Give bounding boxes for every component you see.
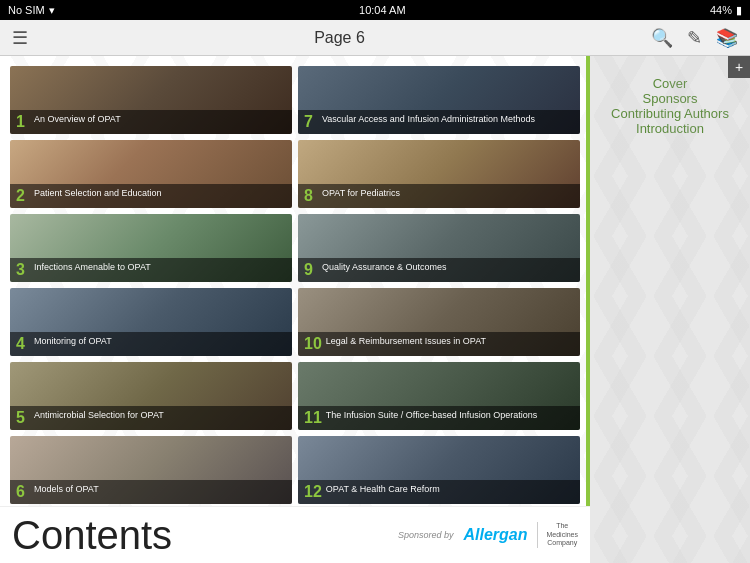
- chapter-overlay: 10 Legal & Reimbursement Issues in OPAT: [298, 332, 580, 356]
- chapter-number: 11: [304, 410, 322, 426]
- chapter-overlay: 11 The Infusion Suite / Office-based Inf…: [298, 406, 580, 430]
- chapter-3-thumb[interactable]: 3 Infections Amenable to OPAT: [10, 214, 292, 282]
- sponsor-area: Sponsored by Allergan TheMedicinesCompan…: [398, 522, 578, 547]
- book-icon[interactable]: 📚: [716, 27, 738, 49]
- sponsored-by-label: Sponsored by: [398, 530, 454, 540]
- wifi-icon: ▾: [49, 4, 55, 17]
- nav-bar-right: 🔍 ✎ 📚: [651, 27, 738, 49]
- chapter-overlay: 7 Vascular Access and Infusion Administr…: [298, 110, 580, 134]
- sidebar-nav: CoverSponsorsContributing AuthorsIntrodu…: [606, 76, 734, 136]
- status-bar: No SIM ▾ 10:04 AM 44% ▮: [0, 0, 750, 20]
- main-content: 1 An Overview of OPAT 7 Vascular Access …: [0, 56, 750, 563]
- status-left: No SIM ▾: [8, 4, 55, 17]
- hamburger-icon[interactable]: ☰: [12, 27, 28, 49]
- battery-icon: ▮: [736, 4, 742, 17]
- chapters-grid: 1 An Overview of OPAT 7 Vascular Access …: [10, 66, 580, 504]
- sidebar-nav-item-2[interactable]: Contributing Authors: [606, 106, 734, 121]
- chapter-title: Infections Amenable to OPAT: [34, 262, 151, 273]
- search-icon[interactable]: 🔍: [651, 27, 673, 49]
- chapter-overlay: 8 OPAT for Pediatrics: [298, 184, 580, 208]
- chapter-number: 4: [16, 336, 30, 352]
- chapter-overlay: 6 Models of OPAT: [10, 480, 292, 504]
- chapter-title: Patient Selection and Education: [34, 188, 162, 199]
- battery-label: 44%: [710, 4, 732, 16]
- chapter-number: 8: [304, 188, 318, 204]
- sidebar-nav-item-3[interactable]: Introduction: [606, 121, 734, 136]
- nav-bar-title: Page 6: [314, 29, 365, 47]
- chapter-title: Monitoring of OPAT: [34, 336, 112, 347]
- chapter-number: 10: [304, 336, 322, 352]
- chapter-4-thumb[interactable]: 4 Monitoring of OPAT: [10, 288, 292, 356]
- chapter-7-thumb[interactable]: 7 Vascular Access and Infusion Administr…: [298, 66, 580, 134]
- chapter-9-thumb[interactable]: 9 Quality Assurance & Outcomes: [298, 214, 580, 282]
- chapter-overlay: 3 Infections Amenable to OPAT: [10, 258, 292, 282]
- chapter-number: 12: [304, 484, 322, 500]
- chapter-number: 1: [16, 114, 30, 130]
- chapter-5-thumb[interactable]: 5 Antimicrobial Selection for OPAT: [10, 362, 292, 430]
- chapter-title: The Infusion Suite / Office-based Infusi…: [326, 410, 537, 421]
- chapter-2-thumb[interactable]: 2 Patient Selection and Education: [10, 140, 292, 208]
- chapter-title: OPAT for Pediatrics: [322, 188, 400, 199]
- chapter-number: 5: [16, 410, 30, 426]
- chapter-title: Antimicrobial Selection for OPAT: [34, 410, 164, 421]
- chapter-8-thumb[interactable]: 8 OPAT for Pediatrics: [298, 140, 580, 208]
- page-area: 1 An Overview of OPAT 7 Vascular Access …: [0, 56, 590, 563]
- sidebar: + CoverSponsorsContributing AuthorsIntro…: [590, 56, 750, 563]
- chapter-6-thumb[interactable]: 6 Models of OPAT: [10, 436, 292, 504]
- chapter-number: 7: [304, 114, 318, 130]
- chapter-title: Models of OPAT: [34, 484, 99, 495]
- allergan-name: Allergan: [463, 526, 527, 544]
- contents-footer: Contents Sponsored by Allergan TheMedici…: [0, 506, 590, 563]
- nav-bar: ☰ Page 6 🔍 ✎ 📚: [0, 20, 750, 56]
- chapter-overlay: 1 An Overview of OPAT: [10, 110, 292, 134]
- edit-icon[interactable]: ✎: [687, 27, 702, 49]
- status-right: 44% ▮: [710, 4, 742, 17]
- chapter-title: Legal & Reimbursement Issues in OPAT: [326, 336, 486, 347]
- nav-bar-left: ☰: [12, 27, 28, 49]
- chapter-overlay: 5 Antimicrobial Selection for OPAT: [10, 406, 292, 430]
- sidebar-nav-item-0[interactable]: Cover: [606, 76, 734, 91]
- chapter-11-thumb[interactable]: 11 The Infusion Suite / Office-based Inf…: [298, 362, 580, 430]
- medicines-company-logo: TheMedicinesCompany: [537, 522, 578, 547]
- allergan-logo: Allergan: [463, 526, 527, 544]
- chapter-number: 6: [16, 484, 30, 500]
- chapter-overlay: 4 Monitoring of OPAT: [10, 332, 292, 356]
- add-button[interactable]: +: [728, 56, 750, 78]
- chapter-title: Quality Assurance & Outcomes: [322, 262, 447, 273]
- chapter-overlay: 2 Patient Selection and Education: [10, 184, 292, 208]
- carrier-label: No SIM: [8, 4, 45, 16]
- chapter-title: Vascular Access and Infusion Administrat…: [322, 114, 535, 125]
- status-time: 10:04 AM: [359, 4, 405, 16]
- sidebar-nav-item-1[interactable]: Sponsors: [606, 91, 734, 106]
- chapter-1-thumb[interactable]: 1 An Overview of OPAT: [10, 66, 292, 134]
- chapter-number: 3: [16, 262, 30, 278]
- chapter-12-thumb[interactable]: 12 OPAT & Health Care Reform: [298, 436, 580, 504]
- chapter-10-thumb[interactable]: 10 Legal & Reimbursement Issues in OPAT: [298, 288, 580, 356]
- chapter-title: OPAT & Health Care Reform: [326, 484, 440, 495]
- chapter-title: An Overview of OPAT: [34, 114, 121, 125]
- chapter-overlay: 12 OPAT & Health Care Reform: [298, 480, 580, 504]
- chapter-number: 2: [16, 188, 30, 204]
- chapter-number: 9: [304, 262, 318, 278]
- chapter-overlay: 9 Quality Assurance & Outcomes: [298, 258, 580, 282]
- contents-title: Contents: [12, 515, 172, 555]
